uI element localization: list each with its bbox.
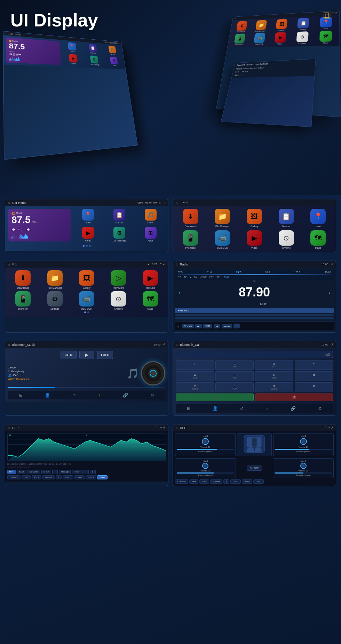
fire-off-btn[interactable]: FireOFF [247,466,262,471]
dsp-refresh-btn[interactable]: ⟳ [90,470,96,474]
call-answer-btn[interactable]: 📞 [176,393,254,401]
gal2-app[interactable]: 🖼 Gallery [72,270,102,289]
radio-home-btn[interactable]: ⌂ [177,324,179,328]
dial-hash[interactable]: # [295,382,333,392]
dial-1[interactable]: 1 [176,360,214,370]
app-maps[interactable]: 🗺 Maps [303,230,333,249]
app-settings[interactable]: ⚙ Car Settings [105,227,134,243]
seat-preset-eq[interactable]: = [223,479,230,484]
station-3[interactable] [175,317,334,319]
map2-app[interactable]: 🗺 Maps [135,291,165,310]
dsp-swap-btn[interactable]: ↕↕ [82,470,89,474]
dial-0[interactable]: 0+ [295,371,333,381]
app-manual[interactable]: 📋 Manual [105,209,134,225]
dsp-reset-btn[interactable]: Reset [72,470,81,474]
preset-rock[interactable]: Rock [32,475,41,479]
app-video2[interactable]: ▶ Video [239,230,269,249]
app-navi2[interactable]: 📍 Navi [303,209,333,228]
seat-fl-knob[interactable] [202,438,209,445]
app-apps[interactable]: ⊞ Apps [136,227,165,243]
preset-user1[interactable]: User1 [63,475,73,479]
dsp-through-btn[interactable]: Through [59,470,71,474]
bt-next-btn[interactable]: ⏭⏭ [97,351,113,359]
dial-star[interactable]: * [295,360,333,370]
usb2-app[interactable]: 📹 USB-DVR [72,291,102,310]
bt-call-tab-grid[interactable]: ⊞ [187,406,190,411]
set2-app[interactable]: ⚙ Settings [40,291,70,310]
app-music[interactable]: 🎵 Music [136,209,165,225]
yt-app[interactable]: ▶ YouTube [135,270,165,289]
bt-tab-grid[interactable]: ⊞ [19,393,23,398]
app-navi[interactable]: 📍 Navi [73,209,103,225]
bt-prev-btn[interactable]: ⏮⏮ [61,351,77,359]
seat-preset-classical[interactable]: Classical [175,479,188,484]
seat-fr-knob[interactable] [300,438,307,445]
bt-call-tab-music[interactable]: ♪ [266,406,268,411]
fm1-btn[interactable]: FM1 [203,324,212,328]
seat-rl-knob[interactable] [202,463,208,469]
chr2-app[interactable]: ⊙ Chrome [103,291,133,310]
bt-tab-user[interactable]: 👤 [45,393,50,398]
seat-preset-rock[interactable]: Rock [199,479,209,484]
dial-9[interactable]: 9WXYZ [255,382,293,392]
next-station-btn[interactable]: ⏭ [214,324,220,328]
play-btn[interactable]: ((·)) [18,228,24,231]
app-phonelink[interactable]: 📱 Phonelink [176,230,206,249]
station-2[interactable] [175,314,334,316]
app-chrome[interactable]: ⊙ Chrome [271,230,301,249]
preset-user1-active[interactable]: User1 [97,475,108,479]
dial-6[interactable]: 6MNO [255,371,293,381]
dsp-bass-btn[interactable]: BASS [17,470,26,474]
dial-5[interactable]: 5JKL [215,371,254,381]
weak-btn[interactable]: Weak [222,324,232,328]
seat-preset-u1[interactable]: User1 [230,479,241,484]
bt-call-tab-refresh[interactable]: ↺ [240,406,244,411]
preset-user2[interactable]: User2 [74,475,85,479]
seat-preset-jazz[interactable]: Jazz [189,479,198,484]
bt-tab-link[interactable]: 🔗 [123,393,128,398]
app-gallery[interactable]: 🖼 Gallery [239,209,269,228]
bt-tab-music[interactable]: ♪ [98,393,101,398]
bt-play-btn[interactable]: ▶ [79,351,94,359]
dial-4[interactable]: 4GHI [176,371,214,381]
station-1[interactable]: FM1 91.3 [175,308,334,313]
seat-preset-popular[interactable]: Popular [210,479,222,484]
radio-back-btn[interactable]: ↩ [233,324,240,328]
seat-preset-u3[interactable]: User3 [253,479,264,484]
freq-next-btn[interactable]: › [328,290,330,296]
bt-tab-refresh[interactable]: ↺ [72,393,76,398]
preset-eq-icon[interactable]: = [56,475,62,479]
app-usbdvr[interactable]: 📹 USB-DVR [208,230,238,249]
dsp-srs-btn[interactable]: SRS® [41,470,51,474]
freq-prev-btn[interactable]: ‹ [179,290,180,296]
dial-3[interactable]: 3DEF [255,360,293,370]
prev-station-btn[interactable]: ⏮ [195,324,202,328]
search-btn[interactable]: Search [182,324,194,328]
seat-rr-knob[interactable] [300,463,307,469]
preset-user3[interactable]: User3 [86,475,96,479]
app-manual2[interactable]: 📋 Manual [271,209,301,228]
bt-tab-settings[interactable]: ⚙ [150,393,154,398]
dsp-hpf-btn[interactable]: HPF [7,470,16,474]
dl2-app[interactable]: ⬇ Downloads [8,270,38,289]
app-downloads[interactable]: ⬇ Downloads [176,209,206,228]
preset-classical[interactable]: Classical [7,475,21,479]
dsp-plus-btn[interactable]: + [52,470,58,474]
bt-call-tab-link[interactable]: 🔗 [291,406,296,411]
fm2-app[interactable]: 📁 File Manager [40,270,70,289]
bt-call-tab-user[interactable]: 👤 [213,406,218,411]
call-end-btn[interactable]: 📵 [255,393,333,401]
preset-popular[interactable]: Popular [42,475,55,479]
dial-8[interactable]: 8TUV [215,382,254,392]
dsp-dolby-btn[interactable]: DDOLBY [27,470,40,474]
bt-call-tab-settings[interactable]: ⚙ [318,406,322,411]
app-filemanager[interactable]: 📁 File Manager [208,209,238,228]
backspace-btn[interactable]: ⌫ [325,352,330,356]
next-btn[interactable]: ⏭ [26,227,31,232]
dial-7[interactable]: 7PQRS [176,382,214,392]
app-video[interactable]: ▶ Video [73,227,103,243]
ph2-app[interactable]: 📱 phonelink [8,291,38,310]
prev-btn[interactable]: ⏮ [11,227,16,232]
preset-jazz[interactable]: Jazz [22,475,31,479]
dial-2[interactable]: 2ABC [215,360,254,370]
